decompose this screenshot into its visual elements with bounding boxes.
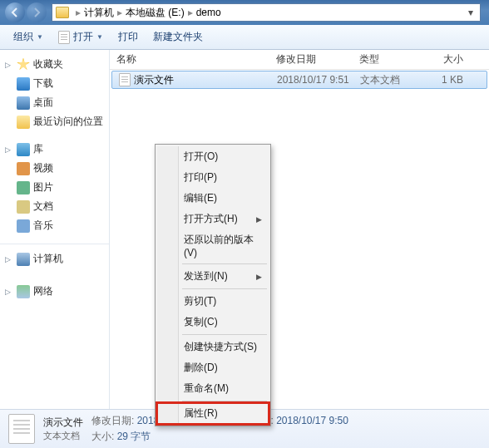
nav-forward-button[interactable] [27, 2, 47, 22]
expand-icon: ▷ [5, 145, 13, 154]
menu-delete[interactable]: 删除(D) [157, 357, 269, 378]
column-type[interactable]: 类型 [353, 52, 421, 66]
details-file-name: 演示文件 [43, 416, 83, 430]
title-bar: ▸ 计算机 ▸ 本地磁盘 (E:) ▸ demo ▾ [0, 0, 489, 25]
expand-icon: ▷ [5, 288, 13, 296]
address-bar[interactable]: ▸ 计算机 ▸ 本地磁盘 (E:) ▸ demo ▾ [52, 3, 481, 22]
menu-cut[interactable]: 剪切(T) [157, 291, 269, 312]
downloads-icon [17, 77, 30, 91]
libraries-header[interactable]: ▷ 库 [2, 140, 107, 159]
menu-rename[interactable]: 重命名(M) [157, 378, 269, 399]
menu-label: 打印(P) [184, 170, 217, 185]
menu-send-to[interactable]: 发送到(N)▶ [157, 266, 269, 287]
file-type-cell: 文本文档 [353, 73, 422, 87]
libraries-group: ▷ 库 视频 图片 文档 音乐 [2, 140, 107, 235]
folder-icon [56, 7, 69, 18]
videos-icon [17, 162, 30, 175]
favorites-header[interactable]: ▷ 收藏夹 [2, 55, 107, 74]
menu-label: 还原以前的版本(V) [184, 233, 262, 258]
document-icon [58, 31, 70, 44]
details-title-block: 演示文件 文本文档 [43, 416, 83, 442]
breadcrumb[interactable]: 本地磁盘 (E:) [126, 6, 185, 20]
menu-separator [182, 263, 267, 264]
chevron-down-icon: ▼ [37, 33, 43, 41]
submenu-arrow-icon: ▶ [256, 215, 262, 224]
menu-print[interactable]: 打印(P) [157, 167, 269, 188]
computer-label: 计算机 [33, 252, 63, 266]
new-folder-button[interactable]: 新建文件夹 [146, 27, 210, 47]
sidebar-item-network[interactable]: ▷ 网络 [2, 282, 107, 301]
submenu-arrow-icon: ▶ [256, 273, 262, 281]
toolbar: 组织 ▼ 打开 ▼ 打印 新建文件夹 [0, 25, 489, 50]
menu-open[interactable]: 打开(O) [157, 146, 269, 167]
sidebar-item-music[interactable]: 音乐 [2, 216, 107, 235]
sidebar-item-label: 图片 [33, 180, 53, 194]
details-size-value: 29 字节 [117, 431, 151, 442]
chevron-down-icon: ▼ [96, 33, 103, 41]
address-dropdown-icon[interactable]: ▾ [465, 7, 477, 18]
file-name-cell: 演示文件 [112, 73, 270, 87]
details-file-icon [8, 414, 35, 444]
sidebar-item-documents[interactable]: 文档 [2, 197, 107, 216]
file-row[interactable]: 演示文件 2018/10/17 9:51 文本文档 1 KB [111, 71, 487, 89]
menu-copy[interactable]: 复制(C) [157, 312, 269, 332]
network-icon [17, 285, 30, 298]
music-icon [17, 219, 30, 233]
details-modified-label: 修改日期: [91, 415, 134, 426]
menu-separator [182, 334, 267, 335]
sidebar-item-videos[interactable]: 视频 [2, 159, 107, 178]
libraries-icon [17, 143, 30, 156]
menu-create-shortcut[interactable]: 创建快捷方式(S) [157, 337, 269, 357]
file-name: 演示文件 [134, 73, 174, 87]
print-label: 打印 [118, 30, 138, 44]
menu-separator [182, 288, 267, 289]
details-file-type: 文本文档 [43, 430, 83, 442]
nav-back-button[interactable] [5, 2, 25, 22]
menu-separator [182, 401, 267, 401]
sidebar-item-label: 文档 [33, 199, 53, 214]
network-label: 网络 [33, 284, 53, 298]
text-file-icon [119, 73, 131, 86]
open-menu[interactable]: 打开 ▼ [52, 27, 110, 47]
star-icon [17, 58, 30, 71]
navigation-pane: ▷ 收藏夹 下载 桌面 最近访问的位置 ▷ 库 视频 图片 文档 音乐 ▷ 计算… [0, 50, 110, 409]
sidebar-item-pictures[interactable]: 图片 [2, 178, 107, 197]
pictures-icon [17, 181, 30, 194]
menu-properties[interactable]: 属性(R) [157, 403, 269, 424]
sidebar-item-downloads[interactable]: 下载 [2, 74, 107, 93]
column-date[interactable]: 修改日期 [269, 52, 353, 66]
print-button[interactable]: 打印 [111, 27, 145, 47]
menu-restore[interactable]: 还原以前的版本(V) [157, 229, 269, 262]
sidebar-item-computer[interactable]: ▷ 计算机 [2, 249, 107, 268]
menu-edit[interactable]: 编辑(E) [157, 188, 269, 209]
organize-label: 组织 [13, 30, 33, 44]
sidebar-item-label: 音乐 [33, 219, 53, 233]
menu-label: 删除(D) [184, 361, 218, 375]
menu-open-with[interactable]: 打开方式(H)▶ [157, 209, 269, 229]
organize-menu[interactable]: 组织 ▼ [7, 27, 50, 47]
sidebar-item-desktop[interactable]: 桌面 [2, 93, 107, 112]
menu-label: 发送到(N) [184, 269, 228, 283]
sidebar-item-label: 桌面 [33, 96, 53, 110]
new-folder-label: 新建文件夹 [153, 30, 203, 44]
file-size-cell: 1 KB [422, 74, 470, 86]
computer-icon [17, 253, 30, 266]
explorer-body: ▷ 收藏夹 下载 桌面 最近访问的位置 ▷ 库 视频 图片 文档 音乐 ▷ 计算… [0, 50, 489, 409]
column-name[interactable]: 名称 [110, 52, 269, 66]
sidebar-item-label: 下载 [33, 76, 53, 91]
column-size[interactable]: 大小 [421, 52, 471, 66]
column-headers: 名称 修改日期 类型 大小 [110, 50, 489, 70]
menu-label: 复制(C) [184, 315, 218, 329]
chevron-right-icon: ▸ [117, 7, 122, 18]
sidebar-item-label: 视频 [33, 161, 53, 175]
menu-label: 打开方式(H) [184, 212, 238, 226]
breadcrumb[interactable]: 计算机 [84, 6, 114, 20]
chevron-right-icon: ▸ [76, 7, 81, 18]
breadcrumb[interactable]: demo [196, 7, 221, 18]
menu-label: 打开(O) [184, 150, 218, 164]
expand-icon: ▷ [5, 255, 13, 263]
sidebar-item-recent[interactable]: 最近访问的位置 [2, 112, 107, 131]
favorites-group: ▷ 收藏夹 下载 桌面 最近访问的位置 [2, 55, 107, 131]
expand-icon: ▷ [5, 61, 13, 69]
menu-label: 重命名(M) [184, 382, 229, 396]
